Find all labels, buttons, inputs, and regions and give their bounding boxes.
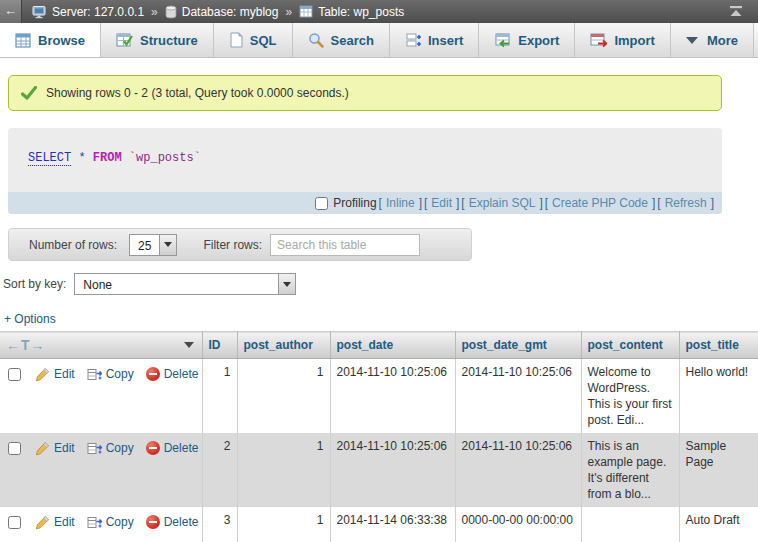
cell-post-title: Hello world!: [679, 359, 758, 434]
sql-keyword-select[interactable]: SELECT: [28, 151, 71, 166]
table-row: Edit Copy Delete 1 1 2014-11-10 10:25:06…: [0, 359, 758, 434]
cell-post-date: 2014-11-10 10:25:06: [330, 433, 455, 507]
tab-more[interactable]: More: [671, 23, 754, 57]
refresh-link[interactable]: Refresh: [663, 196, 709, 210]
tab-insert-label: Insert: [428, 33, 463, 48]
select-arrow-icon: [159, 235, 176, 255]
collapse-icon[interactable]: [728, 5, 744, 18]
sort-by-key-select[interactable]: None: [74, 273, 296, 295]
tab-sql-label: SQL: [250, 33, 277, 48]
cell-id: 2: [202, 433, 237, 507]
chevron-down-icon: [686, 37, 698, 44]
sort-by-key-row: Sort by key: None: [3, 273, 758, 295]
edit-icon: [35, 515, 50, 530]
breadcrumb-table-label: Table: wp_posts: [318, 5, 404, 19]
cell-post-title: Sample Page: [679, 433, 758, 507]
table-header-row: ←T→ ID post_author post_date post_date_g…: [0, 332, 758, 359]
edit-row-link[interactable]: Edit: [54, 366, 75, 382]
breadcrumb-separator: »: [149, 5, 160, 19]
edit-row-link[interactable]: Edit: [54, 440, 75, 456]
inline-link[interactable]: Inline: [384, 196, 417, 210]
delete-icon: [146, 515, 160, 529]
breadcrumb-database[interactable]: Database: myblog: [165, 5, 279, 19]
insert-icon: [405, 32, 421, 48]
cell-post-author: 1: [237, 359, 330, 434]
server-icon: [32, 5, 47, 19]
profiling-checkbox[interactable]: [315, 197, 328, 210]
tab-export[interactable]: Export: [479, 23, 575, 57]
number-of-rows-value: 25: [130, 235, 159, 255]
table-icon: [299, 5, 313, 18]
tab-structure-label: Structure: [140, 33, 198, 48]
cell-post-title: Auto Draft: [679, 507, 758, 542]
delete-row-link[interactable]: Delete: [164, 440, 199, 456]
breadcrumb-table[interactable]: Table: wp_posts: [299, 5, 404, 19]
sql-star: *: [78, 151, 85, 165]
options-toggle[interactable]: + Options: [4, 312, 56, 326]
tab-import[interactable]: Import: [575, 23, 670, 57]
structure-icon: [116, 33, 133, 48]
delete-row-link[interactable]: Delete: [164, 366, 199, 382]
bracket: ]: [652, 196, 655, 210]
cell-post-author: 1: [237, 507, 330, 542]
transpose-control[interactable]: ←T→: [6, 337, 46, 353]
column-header-post-content[interactable]: post_content: [581, 332, 679, 359]
tab-search[interactable]: Search: [293, 23, 390, 57]
bracket: ]: [456, 196, 459, 210]
row-checkbox[interactable]: [8, 516, 21, 529]
cell-post-content: This is an example page. It's different …: [581, 433, 679, 507]
copy-icon: [87, 515, 102, 530]
breadcrumb-server[interactable]: Server: 127.0.0.1: [32, 5, 144, 19]
explain-sql-link[interactable]: Explain SQL: [467, 196, 538, 210]
cell-id: 3: [202, 507, 237, 542]
tab-search-label: Search: [331, 33, 374, 48]
delete-row-link[interactable]: Delete: [164, 514, 199, 530]
rows-filter-bar: Number of rows: 25 Filter rows:: [8, 228, 472, 261]
bracket: ]: [419, 196, 422, 210]
sql-table-name: `wp_posts`: [129, 151, 201, 165]
edit-icon: [35, 367, 50, 382]
column-header-post-date[interactable]: post_date: [330, 332, 455, 359]
tab-browse[interactable]: Browse: [0, 23, 101, 57]
tab-insert[interactable]: Insert: [390, 23, 479, 57]
back-button[interactable]: ←: [0, 0, 22, 23]
tab-structure[interactable]: Structure: [101, 23, 214, 57]
copy-row-link[interactable]: Copy: [106, 440, 134, 456]
column-header-id[interactable]: ID: [202, 332, 237, 359]
filter-rows-label: Filter rows:: [203, 238, 262, 252]
export-icon: [494, 33, 511, 48]
cell-post-date-gmt: 0000-00-00 00:00:00: [455, 507, 581, 542]
number-of-rows-select[interactable]: 25: [129, 234, 177, 256]
bracket: [: [657, 196, 660, 210]
search-icon: [308, 32, 324, 48]
browse-icon: [15, 33, 31, 48]
column-header-post-author[interactable]: post_author: [237, 332, 330, 359]
sort-arrow-icon[interactable]: [184, 342, 194, 348]
column-header-post-date-gmt[interactable]: post_date_gmt: [455, 332, 581, 359]
profiling-label[interactable]: Profiling: [315, 196, 376, 210]
cell-post-content: [581, 507, 679, 542]
copy-row-link[interactable]: Copy: [106, 366, 134, 382]
filter-rows-input[interactable]: [270, 234, 420, 256]
edit-icon: [35, 441, 50, 456]
profiling-label-text: Profiling: [333, 196, 376, 210]
sql-query: SELECT * FROM `wp_posts`: [8, 128, 722, 192]
tab-import-label: Import: [614, 33, 654, 48]
breadcrumb-server-label: Server: 127.0.0.1: [52, 5, 144, 19]
row-checkbox[interactable]: [8, 442, 21, 455]
row-checkbox[interactable]: [8, 368, 21, 381]
edit-row-link[interactable]: Edit: [54, 514, 75, 530]
edit-query-link[interactable]: Edit: [429, 196, 454, 210]
sort-by-key-value: None: [75, 274, 278, 294]
tab-bar: Browse Structure SQL Search Insert: [0, 23, 758, 58]
bracket: [: [379, 196, 382, 210]
table-row: Edit Copy Delete 2 1 2014-11-10 10:25:06…: [0, 433, 758, 507]
bracket: [: [461, 196, 464, 210]
create-php-code-link[interactable]: Create PHP Code: [550, 196, 650, 210]
copy-row-link[interactable]: Copy: [106, 514, 134, 530]
tab-sql[interactable]: SQL: [214, 23, 293, 57]
column-header-post-title[interactable]: post_title: [679, 332, 758, 359]
cell-id: 1: [202, 359, 237, 434]
cell-post-date-gmt: 2014-11-10 10:25:06: [455, 359, 581, 434]
breadcrumb-database-label: Database: myblog: [182, 5, 279, 19]
